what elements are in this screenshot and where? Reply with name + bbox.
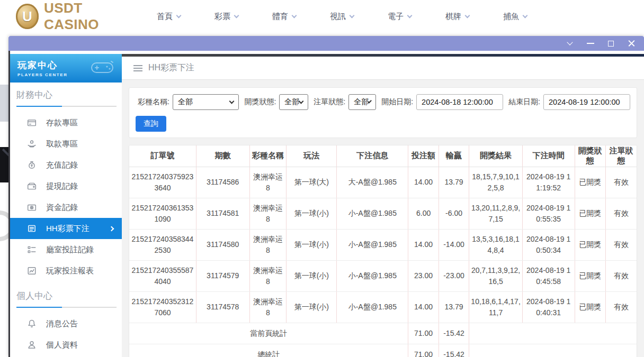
site-logo[interactable]: U USDT CASINO <box>16 0 131 33</box>
sidebar-item-label: 取款專區 <box>46 139 78 149</box>
nav-item-sports[interactable]: 體育 <box>272 12 296 22</box>
person-icon <box>27 340 37 350</box>
sidebar-item-label: 個人資料 <box>46 340 78 350</box>
coin-bag-icon <box>27 203 37 212</box>
sidebar-item-withdraw-zone[interactable]: 取款專區 <box>10 133 122 154</box>
table-cell: 第一球(小) <box>287 198 337 229</box>
logo-coin-icon: U <box>16 4 39 29</box>
nav-menu: 首頁彩票體育視訊電子棋牌捕魚 <box>157 12 527 22</box>
table-cell: 20,7,11,3,9,12,16,5 <box>469 260 523 291</box>
table-cell: 2152172403613531090 <box>129 198 196 229</box>
bets-table: 訂單號期數彩種名稱玩法下注信息投注額輸贏開獎結果下注時間開獎狀態注單狀態 215… <box>129 145 637 357</box>
nav-item-slots[interactable]: 電子 <box>388 12 412 22</box>
filter-panel: 彩種名稱: 全部 開獎狀態: 全部 注單狀態: 全部 <box>129 87 637 138</box>
order-status-select[interactable]: 全部 <box>348 94 376 110</box>
table-cell: 小-A盤@1.985 <box>337 198 408 229</box>
summary-bet-total: 71.00 <box>408 323 439 344</box>
sidebar-item-profile[interactable]: 個人資料 <box>10 334 122 355</box>
menu-toggle-icon[interactable] <box>133 63 142 73</box>
column-header-9: 開獎狀態 <box>575 145 605 167</box>
start-date-input[interactable] <box>416 94 503 110</box>
hand-coin-icon <box>27 139 37 149</box>
sidebar-item-hh-lottery-bets[interactable]: HH彩票下注 <box>10 218 122 239</box>
table-cell: 31174579 <box>196 260 249 291</box>
table-cell: 已開獎 <box>575 291 605 323</box>
table-cell: 小-A盤@1.985 <box>337 260 408 291</box>
table-cell: 澳洲幸运8 <box>249 260 287 291</box>
table-cell: 6.00 <box>408 198 439 229</box>
end-date-input[interactable] <box>543 94 630 110</box>
sidebar-header: 玩家中心 PLAYERS CENTER <box>10 54 122 83</box>
sidebar-item-hall-bet-records[interactable]: 廳室投註記錄 <box>10 239 122 260</box>
chevron-right-icon <box>109 226 114 231</box>
bets-book-icon <box>27 224 37 233</box>
table-row: 215217240361353109031174581澳洲幸运8第一球(小)小-… <box>129 198 637 229</box>
table-cell: -14.00 <box>439 229 469 260</box>
table-cell: 澳洲幸运8 <box>249 291 287 323</box>
sidebar-item-label: 資金記錄 <box>46 203 78 213</box>
table-cell: 13.79 <box>439 167 469 198</box>
table-cell: 13,20,11,2,8,9,7,15 <box>469 198 523 229</box>
table-cell: 有效 <box>605 167 637 198</box>
summary-win-loss-total: -15.42 <box>439 344 469 357</box>
column-header-8: 下注時間 <box>522 145 575 167</box>
hall-list-icon <box>27 245 37 254</box>
sidebar-item-label: 提現記錄 <box>46 181 78 191</box>
table-row: 215217240352312706031174578澳洲幸运8第一球(小)小-… <box>129 291 637 323</box>
table-header-row: 訂單號期數彩種名稱玩法下注信息投注額輸贏開獎結果下注時間開獎狀態注單狀態 <box>129 145 637 167</box>
nav-item-label: 棋牌 <box>445 12 461 22</box>
top-navbar: U USDT CASINO 首頁彩票體育視訊電子棋牌捕魚 <box>0 0 644 33</box>
sidebar-item-player-bet-report[interactable]: 玩家投注報表 <box>10 260 122 281</box>
window-minimize-icon[interactable] <box>586 40 594 48</box>
page-title: HH彩票下注 <box>148 62 194 74</box>
sidebar-item-withdrawal-records[interactable]: 提現記錄 <box>10 176 122 197</box>
nav-item-lottery[interactable]: 彩票 <box>214 12 238 22</box>
summary-row: 總統計71.00-15.42 <box>129 344 637 357</box>
table-cell: 14.00 <box>408 291 439 323</box>
window-maximize-icon[interactable] <box>607 40 615 48</box>
nav-item-fishing[interactable]: 捕魚 <box>503 12 527 22</box>
page-content: 彩種名稱: 全部 開獎狀態: 全部 注單狀態: 全部 <box>122 80 644 357</box>
search-button[interactable]: 查詢 <box>136 116 166 132</box>
table-cell: 澳洲幸运8 <box>249 229 287 260</box>
table-cell: 13.79 <box>439 291 469 323</box>
column-header-5: 投注額 <box>408 145 439 167</box>
table-cell: 澳洲幸运8 <box>249 198 287 229</box>
chevron-down-icon <box>292 13 297 18</box>
column-header-4: 下注信息 <box>337 145 408 167</box>
sidebar-item-recharge-records[interactable]: 充值記錄 <box>10 154 122 176</box>
lottery-name-label: 彩種名稱: <box>138 97 169 107</box>
lottery-name-select[interactable]: 全部 <box>173 94 239 110</box>
background-decor-dark <box>0 147 8 182</box>
sidebar-title: 玩家中心 <box>17 59 68 71</box>
column-header-1: 期數 <box>196 145 249 167</box>
window-collapse-icon[interactable] <box>566 40 574 48</box>
sidebar-subtitle: PLAYERS CENTER <box>17 72 68 77</box>
column-header-6: 輸贏 <box>439 145 469 167</box>
draw-status-select[interactable]: 全部 <box>279 94 308 110</box>
window-titlebar[interactable] <box>8 36 644 51</box>
page-header: HH彩票下注 <box>122 57 644 80</box>
wallet-icon <box>27 181 37 191</box>
nav-item-label: 捕魚 <box>503 12 519 22</box>
table-cell: 已開獎 <box>575 229 605 260</box>
window-close-icon[interactable] <box>628 40 636 48</box>
summary-label: 總統計 <box>129 344 408 357</box>
sidebar-item-label: 存款專區 <box>46 118 78 128</box>
nav-item-home[interactable]: 首頁 <box>157 12 181 22</box>
column-header-0: 訂單號 <box>129 145 196 167</box>
table-cell: 23.00 <box>408 260 439 291</box>
column-header-3: 玩法 <box>287 145 337 167</box>
table-cell: 有效 <box>605 260 637 291</box>
table-cell: 第一球(大) <box>287 167 337 198</box>
chevron-down-icon <box>229 98 235 104</box>
sidebar-item-announcements[interactable]: 消息公告 <box>10 313 122 334</box>
nav-item-live[interactable]: 視訊 <box>330 12 354 22</box>
nav-item-chess[interactable]: 棋牌 <box>445 12 469 22</box>
lottery-name-value: 全部 <box>178 97 193 107</box>
sidebar-section-header: 財務中心 <box>16 89 117 107</box>
sidebar-item-deposit-zone[interactable]: 存款專區 <box>10 112 122 133</box>
sidebar-item-funds-records[interactable]: 資金記錄 <box>10 197 122 218</box>
table-cell: 2024-08-19 10:40:31 <box>522 291 575 323</box>
chevron-down-icon <box>299 98 304 104</box>
